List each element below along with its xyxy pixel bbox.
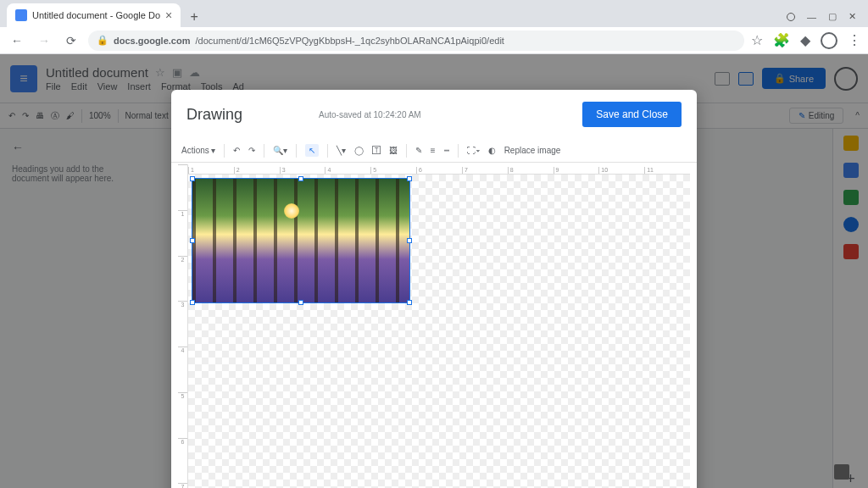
crop-icon[interactable]: ⛶▾ bbox=[467, 146, 480, 155]
horizontal-ruler: 1 2 3 4 5 6 7 8 9 10 11 bbox=[188, 163, 690, 175]
sun-glow bbox=[284, 203, 299, 219]
ruler-tick: 3 bbox=[280, 167, 326, 174]
tab-close-icon[interactable]: × bbox=[165, 8, 172, 22]
lock-icon: 🔒 bbox=[97, 35, 108, 46]
forward-icon[interactable]: → bbox=[34, 34, 54, 47]
line-tool-icon[interactable]: ╲▾ bbox=[337, 146, 346, 155]
profile-icon[interactable] bbox=[821, 32, 837, 49]
ruler-tick: 5 bbox=[370, 167, 416, 174]
textbox-tool-icon[interactable]: 🅃 bbox=[372, 146, 381, 155]
border-dash-icon[interactable]: ┅ bbox=[444, 146, 449, 155]
minimize-icon[interactable]: — bbox=[807, 12, 816, 22]
url-path: /document/d/1cM6Q5zVPQygKbbpsH-_1qc2syhb… bbox=[195, 36, 504, 46]
resize-handle-nw[interactable] bbox=[190, 176, 195, 181]
ruler-tick: 1 bbox=[188, 167, 234, 174]
maximize-icon[interactable]: ▢ bbox=[828, 11, 837, 22]
select-tool-icon[interactable]: ↖ bbox=[305, 144, 319, 157]
drawing-canvas[interactable] bbox=[188, 175, 690, 488]
ruler-tick: 7 bbox=[462, 167, 508, 174]
browser-tabstrip: Untitled document - Google Do × + — ▢ ✕ bbox=[0, 0, 868, 27]
ruler-tick: 2 bbox=[178, 256, 187, 302]
resize-handle-sw[interactable] bbox=[190, 300, 195, 305]
explore-icon[interactable] bbox=[834, 464, 849, 480]
window-controls: — ▢ ✕ bbox=[782, 11, 861, 27]
resize-handle-n[interactable] bbox=[298, 176, 303, 181]
close-window-icon[interactable]: ✕ bbox=[849, 11, 856, 22]
resize-handle-ne[interactable] bbox=[407, 176, 412, 181]
undo-drawing-icon[interactable]: ↶ bbox=[233, 146, 240, 155]
drawing-header: Drawing Auto-saved at 10:24:20 AM Save a… bbox=[171, 90, 697, 139]
tab-title: Untitled document - Google Do bbox=[32, 10, 160, 20]
url-field[interactable]: 🔒 docs.google.com /document/d/1cM6Q5zVPQ… bbox=[88, 30, 744, 51]
replace-image-label: Replace image bbox=[504, 146, 561, 155]
ruler-tick: 2 bbox=[234, 167, 280, 174]
selected-image[interactable] bbox=[192, 178, 410, 303]
drawing-toolbar: Actions ▾ ↶ ↷ 🔍▾ ↖ ╲▾ ◯ 🅃 🖼 ✎ ≡ ┅ ⛶▾ ◐ R… bbox=[171, 139, 697, 163]
border-color-icon[interactable]: ✎ bbox=[415, 146, 422, 155]
forest-image-content bbox=[192, 179, 409, 302]
extensions-icon[interactable]: 🧩 bbox=[773, 32, 790, 48]
ruler-tick: 6 bbox=[178, 438, 187, 484]
ruler-tick bbox=[178, 164, 187, 210]
shape-tool-icon[interactable]: ◯ bbox=[354, 146, 364, 155]
ruler-tick: 4 bbox=[178, 347, 187, 392]
actions-menu[interactable]: Actions ▾ bbox=[181, 146, 215, 155]
ruler-tick: 7 bbox=[178, 483, 187, 488]
new-tab-button[interactable]: + bbox=[184, 7, 204, 27]
resize-handle-w[interactable] bbox=[190, 238, 195, 243]
replace-image-button[interactable]: Replace image bbox=[504, 146, 561, 155]
back-icon[interactable]: ← bbox=[7, 34, 27, 47]
ruler-tick: 5 bbox=[178, 392, 187, 438]
ruler-tick: 9 bbox=[554, 167, 599, 174]
actions-label: Actions bbox=[181, 146, 209, 155]
ruler-tick: 1 bbox=[178, 210, 187, 256]
menu-icon[interactable]: ⋮ bbox=[848, 32, 861, 48]
resize-handle-se[interactable] bbox=[407, 300, 412, 305]
reload-icon[interactable]: ⟳ bbox=[61, 34, 81, 47]
browser-tab[interactable]: Untitled document - Google Do × bbox=[7, 3, 181, 27]
redo-drawing-icon[interactable]: ↷ bbox=[248, 146, 255, 155]
url-host: docs.google.com bbox=[114, 36, 190, 46]
docs-favicon bbox=[15, 9, 27, 21]
zoom-drawing-icon[interactable]: 🔍▾ bbox=[273, 146, 287, 155]
ruler-tick: 8 bbox=[508, 167, 554, 174]
drawing-title: Drawing bbox=[186, 106, 242, 124]
resize-handle-e[interactable] bbox=[407, 238, 412, 243]
extension-dark-icon[interactable]: ◆ bbox=[800, 32, 810, 48]
autosave-status: Auto-saved at 10:24:20 AM bbox=[319, 110, 421, 119]
drawing-modal: Drawing Auto-saved at 10:24:20 AM Save a… bbox=[171, 90, 697, 488]
star-icon[interactable]: ☆ bbox=[751, 32, 763, 48]
border-weight-icon[interactable]: ≡ bbox=[431, 146, 436, 155]
ruler-tick: 3 bbox=[178, 301, 187, 347]
chevron-down-icon: ▾ bbox=[211, 146, 215, 155]
image-tool-icon[interactable]: 🖼 bbox=[389, 146, 398, 155]
resize-handle-s[interactable] bbox=[298, 300, 303, 305]
ruler-tick: 6 bbox=[416, 167, 462, 174]
save-and-close-button[interactable]: Save and Close bbox=[582, 102, 682, 127]
vertical-ruler: 1 2 3 4 5 6 7 bbox=[178, 164, 188, 488]
ruler-tick: 4 bbox=[325, 167, 370, 174]
ruler-tick: 11 bbox=[644, 167, 690, 174]
browser-url-bar: ← → ⟳ 🔒 docs.google.com /document/d/1cM6… bbox=[0, 27, 868, 54]
record-icon[interactable] bbox=[787, 13, 795, 21]
mask-icon[interactable]: ◐ bbox=[488, 146, 496, 155]
ruler-tick: 10 bbox=[598, 167, 644, 174]
